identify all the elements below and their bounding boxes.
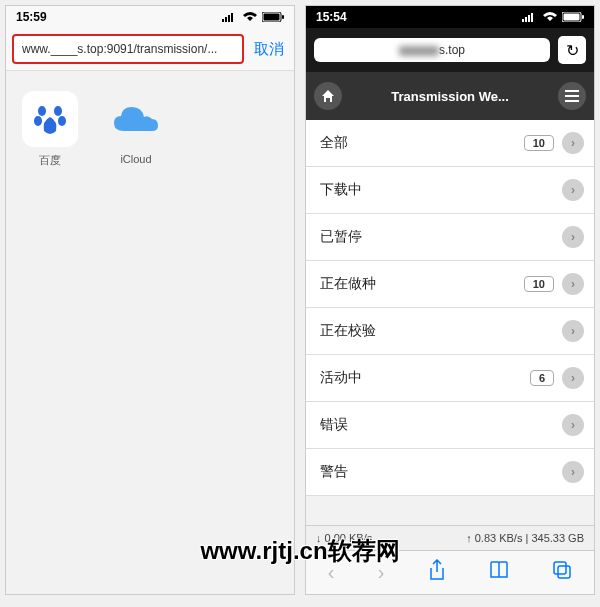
bookmarks-button[interactable] — [489, 561, 509, 584]
svg-rect-14 — [531, 13, 533, 22]
chevron-right-icon: › — [562, 461, 584, 483]
status-bar: 15:59 — [6, 6, 294, 28]
share-button[interactable] — [428, 559, 446, 586]
phone-left-safari-address: 15:59 www.____s.top:9091/transmission/..… — [5, 5, 295, 595]
status-time: 15:54 — [316, 10, 347, 24]
filter-label: 警告 — [320, 463, 348, 481]
icloud-label: iCloud — [120, 153, 151, 165]
phone-right-transmission: 15:54 s.top ↻ Transmission We... 全部10›下载… — [305, 5, 595, 595]
favorite-baidu[interactable]: 百度 — [22, 91, 78, 168]
svg-rect-1 — [225, 17, 227, 22]
filter-label: 全部 — [320, 134, 348, 152]
icloud-icon — [108, 91, 164, 147]
filter-row[interactable]: 活动中6› — [306, 355, 594, 402]
status-indicators — [522, 12, 584, 22]
svg-point-7 — [38, 106, 46, 116]
filter-label: 正在校验 — [320, 322, 376, 340]
status-time: 15:59 — [16, 10, 47, 24]
svg-rect-21 — [554, 562, 566, 574]
filter-row[interactable]: 全部10› — [306, 120, 594, 167]
url-input[interactable]: www.____s.top:9091/transmission/... — [12, 34, 244, 64]
tabs-button[interactable] — [552, 560, 572, 585]
favorite-icloud[interactable]: iCloud — [108, 91, 164, 168]
forward-button[interactable]: › — [378, 561, 385, 584]
chevron-right-icon: › — [562, 320, 584, 342]
svg-point-8 — [54, 106, 62, 116]
baidu-label: 百度 — [39, 153, 61, 168]
page-title: Transmission We... — [391, 89, 509, 104]
svg-rect-0 — [222, 19, 224, 22]
svg-rect-12 — [525, 17, 527, 22]
filter-label: 活动中 — [320, 369, 362, 387]
filter-label: 下载中 — [320, 181, 362, 199]
app-title-bar: Transmission We... — [306, 72, 594, 120]
svg-rect-17 — [582, 15, 584, 19]
transfer-stats: ↓ 0.00 KB/s ↑ 0.83 KB/s | 345.33 GB — [306, 525, 594, 550]
filter-row[interactable]: 警告› — [306, 449, 594, 496]
filter-row[interactable]: 下载中› — [306, 167, 594, 214]
url-display[interactable]: s.top — [314, 38, 550, 62]
chevron-right-icon: › — [562, 226, 584, 248]
svg-rect-3 — [231, 13, 233, 22]
status-bar: 15:54 — [306, 6, 594, 28]
filter-label: 错误 — [320, 416, 348, 434]
chevron-right-icon: › — [562, 273, 584, 295]
svg-rect-18 — [565, 90, 579, 92]
count-badge: 10 — [524, 135, 554, 151]
svg-rect-5 — [264, 14, 280, 21]
svg-rect-19 — [565, 95, 579, 97]
chevron-right-icon: › — [562, 414, 584, 436]
svg-point-10 — [58, 116, 66, 126]
filter-row[interactable]: 已暂停› — [306, 214, 594, 261]
refresh-button[interactable]: ↻ — [558, 36, 586, 64]
svg-rect-2 — [228, 15, 230, 22]
menu-button[interactable] — [558, 82, 586, 110]
chevron-right-icon: › — [562, 132, 584, 154]
chevron-right-icon: › — [562, 179, 584, 201]
cancel-button[interactable]: 取消 — [250, 40, 288, 59]
svg-rect-6 — [282, 15, 284, 19]
svg-point-9 — [34, 116, 42, 126]
back-button[interactable]: ‹ — [328, 561, 335, 584]
favorites-grid: 百度 iCloud — [6, 71, 294, 188]
filter-label: 已暂停 — [320, 228, 362, 246]
status-indicators — [222, 12, 284, 22]
url-bar: s.top ↻ — [306, 28, 594, 72]
count-badge: 10 — [524, 276, 554, 292]
filter-row[interactable]: 正在做种10› — [306, 261, 594, 308]
svg-rect-22 — [558, 566, 570, 578]
filter-label: 正在做种 — [320, 275, 376, 293]
upload-speed: ↑ 0.83 KB/s | 345.33 GB — [466, 532, 584, 544]
svg-rect-13 — [528, 15, 530, 22]
baidu-icon — [22, 91, 78, 147]
filter-row[interactable]: 正在校验› — [306, 308, 594, 355]
home-button[interactable] — [314, 82, 342, 110]
count-badge: 6 — [530, 370, 554, 386]
safari-toolbar: ‹ › — [306, 550, 594, 594]
svg-rect-11 — [522, 19, 524, 22]
chevron-right-icon: › — [562, 367, 584, 389]
filter-row[interactable]: 错误› — [306, 402, 594, 449]
svg-rect-20 — [565, 100, 579, 102]
svg-rect-16 — [564, 14, 580, 21]
filter-list: 全部10›下载中›已暂停›正在做种10›正在校验›活动中6›错误›警告› — [306, 120, 594, 496]
download-speed: ↓ 0.00 KB/s — [316, 532, 372, 544]
address-bar: www.____s.top:9091/transmission/... 取消 — [6, 28, 294, 71]
